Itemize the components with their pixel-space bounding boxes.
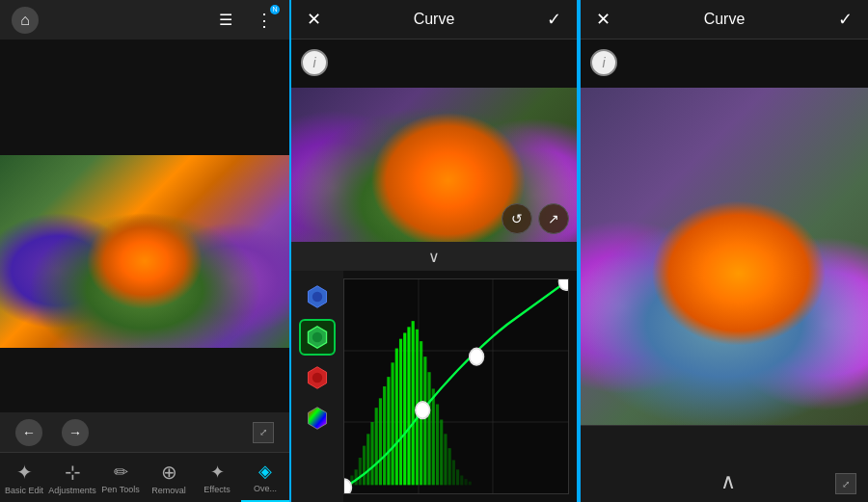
svg-rect-14 bbox=[359, 458, 362, 485]
svg-point-1 bbox=[312, 292, 322, 302]
curve-svg bbox=[344, 279, 568, 493]
svg-rect-37 bbox=[452, 460, 455, 485]
middle-photo: ↺ ↗ bbox=[291, 88, 577, 242]
pointer-button[interactable]: ↗ bbox=[538, 203, 569, 234]
pen-tools-label: Pen Tools bbox=[101, 485, 139, 494]
svg-rect-34 bbox=[440, 420, 443, 486]
undo-icon: ↺ bbox=[511, 211, 523, 226]
curve-point-midtone[interactable] bbox=[470, 349, 484, 365]
middle-confirm-button[interactable]: ✓ bbox=[547, 9, 561, 30]
tool-overlays[interactable]: ◈ Ove... bbox=[241, 453, 289, 502]
tool-basic-edit[interactable]: ✦ Basic Edit bbox=[0, 453, 48, 502]
svg-rect-17 bbox=[370, 422, 373, 485]
tool-pen[interactable]: ✏ Pen Tools bbox=[96, 453, 145, 502]
right-check-icon: ✓ bbox=[838, 10, 853, 29]
right-confirm-button[interactable]: ✓ bbox=[838, 9, 853, 30]
right-close-button[interactable]: ✕ bbox=[596, 9, 610, 30]
effects-label: Effects bbox=[203, 485, 230, 494]
svg-rect-23 bbox=[395, 349, 398, 486]
removal-icon: ⊕ bbox=[161, 461, 177, 484]
rgb-channel-button[interactable] bbox=[299, 278, 336, 315]
right-panel-title: Curve bbox=[704, 11, 746, 28]
close-icon: ✕ bbox=[307, 10, 321, 29]
adjustments-icon: ⊹ bbox=[65, 461, 81, 484]
basic-edit-label: Basic Edit bbox=[5, 486, 43, 495]
histogram bbox=[346, 321, 472, 485]
overlays-label: Ove... bbox=[254, 484, 277, 493]
chevron-row[interactable]: ∨ bbox=[291, 242, 577, 271]
curve-point-black[interactable] bbox=[344, 479, 351, 493]
svg-rect-36 bbox=[448, 448, 451, 485]
forward-button[interactable]: → bbox=[62, 419, 89, 446]
resize-icon: ⤢ bbox=[253, 422, 274, 443]
svg-rect-38 bbox=[456, 469, 459, 485]
spectrum-hex-icon bbox=[305, 406, 330, 431]
chevron-down-icon: ∨ bbox=[428, 248, 440, 266]
bottom-toolbar: ✦ Basic Edit ⊹ Adjustments ✏ Pen Tools ⊕… bbox=[0, 452, 289, 502]
removal-label: Removal bbox=[151, 486, 186, 495]
nav-arrows: ← → bbox=[15, 419, 89, 446]
svg-rect-16 bbox=[366, 434, 369, 485]
svg-rect-32 bbox=[432, 388, 435, 485]
home-icon: ⌂ bbox=[20, 12, 30, 29]
svg-rect-21 bbox=[387, 377, 390, 485]
back-button[interactable]: ← bbox=[15, 419, 42, 446]
forward-arrow-icon: → bbox=[68, 425, 82, 440]
info-icon: i bbox=[312, 55, 315, 70]
right-info-icon: i bbox=[602, 55, 605, 70]
spectrum-channel-button[interactable] bbox=[299, 400, 336, 436]
right-close-icon: ✕ bbox=[596, 10, 610, 29]
curve-area[interactable] bbox=[343, 278, 569, 494]
back-arrow-icon: ← bbox=[22, 425, 36, 440]
svg-rect-18 bbox=[375, 408, 378, 485]
svg-rect-30 bbox=[423, 357, 426, 485]
tool-effects[interactable]: ✦ Effects bbox=[193, 453, 241, 502]
info-button[interactable]: i bbox=[301, 49, 328, 76]
left-photo-area bbox=[0, 40, 289, 412]
header-icons: ☰ ⋮ N bbox=[212, 7, 278, 34]
right-photo-image bbox=[581, 88, 868, 425]
more-options-button[interactable]: ⋮ N bbox=[251, 7, 278, 34]
pen-tools-icon: ✏ bbox=[114, 462, 128, 483]
svg-rect-31 bbox=[427, 372, 430, 485]
channel-selector bbox=[291, 271, 343, 502]
menu-icon: ☰ bbox=[219, 11, 232, 29]
right-resize-icon: ⤢ bbox=[835, 473, 856, 494]
menu-icon-button[interactable]: ☰ bbox=[212, 7, 239, 34]
svg-point-5 bbox=[312, 373, 322, 383]
left-panel: ⌂ ☰ ⋮ N ← → bbox=[0, 0, 289, 502]
notification-badge: N bbox=[270, 5, 280, 14]
tool-adjustments[interactable]: ⊹ Adjustments bbox=[48, 453, 96, 502]
photo-tools: ↺ ↗ bbox=[502, 203, 569, 234]
left-header: ⌂ ☰ ⋮ N bbox=[0, 0, 289, 40]
right-bottom: ∧ ⤢ bbox=[581, 425, 868, 502]
svg-point-3 bbox=[312, 332, 322, 342]
tool-removal[interactable]: ⊕ Removal bbox=[145, 453, 193, 502]
red-hex-icon bbox=[305, 365, 330, 390]
home-button[interactable]: ⌂ bbox=[12, 7, 39, 34]
pointer-icon: ↗ bbox=[548, 211, 559, 226]
svg-rect-27 bbox=[412, 321, 415, 485]
red-channel-button[interactable] bbox=[299, 359, 336, 396]
svg-rect-33 bbox=[436, 405, 439, 486]
svg-rect-26 bbox=[407, 327, 410, 485]
right-panel: ✕ Curve ✓ i ∧ ⤢ bbox=[579, 0, 868, 502]
undo-button[interactable]: ↺ bbox=[502, 203, 532, 234]
left-bottom-bar: ← → ⤢ bbox=[0, 412, 289, 452]
basic-edit-icon: ✦ bbox=[16, 461, 33, 484]
curve-point-highlight[interactable] bbox=[559, 279, 568, 290]
svg-rect-39 bbox=[460, 476, 463, 486]
middle-close-button[interactable]: ✕ bbox=[307, 9, 321, 30]
svg-rect-25 bbox=[403, 333, 406, 486]
curve-point-shadow[interactable] bbox=[416, 402, 430, 418]
right-chevron-up-icon[interactable]: ∧ bbox=[720, 469, 736, 494]
check-icon: ✓ bbox=[547, 10, 561, 29]
svg-rect-20 bbox=[383, 386, 386, 485]
green-hex-icon bbox=[305, 325, 330, 350]
right-info-button[interactable]: i bbox=[590, 49, 617, 76]
svg-rect-13 bbox=[355, 469, 358, 485]
middle-panel-title: Curve bbox=[414, 11, 455, 28]
middle-panel-header: ✕ Curve ✓ bbox=[291, 0, 577, 40]
green-channel-button[interactable] bbox=[299, 319, 336, 356]
right-photo bbox=[581, 88, 868, 425]
